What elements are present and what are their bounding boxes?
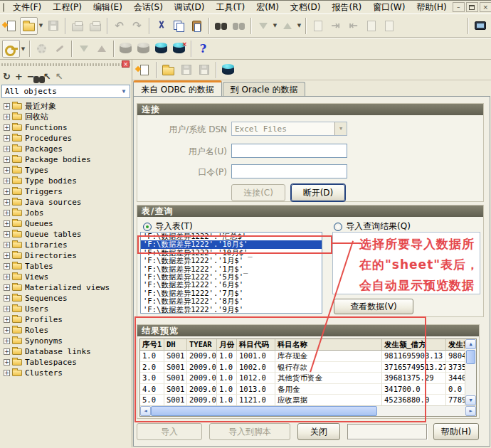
table-row[interactable]: 3.0S0012009.01.01012.0其他货币资金39681375.293… [140, 373, 476, 384]
password-field[interactable] [231, 164, 347, 178]
scroll-up-icon[interactable]: ▲ [465, 339, 476, 349]
expander-icon[interactable]: + [4, 316, 10, 323]
menu-documents[interactable]: 文档(D) [285, 1, 327, 14]
expander-icon[interactable]: + [4, 178, 10, 184]
tree-item-functions[interactable]: +Functions [2, 122, 132, 133]
disconnect-button[interactable]: 断开(D) [291, 184, 345, 201]
compile-debug-icon[interactable] [380, 17, 398, 35]
copy-icon[interactable] [170, 17, 188, 35]
tab-from-odbc[interactable]: 来自 ODBC 的数据 [133, 80, 222, 96]
save-icon[interactable] [177, 61, 195, 79]
close-panel-icon[interactable]: × [122, 60, 130, 68]
menu-project[interactable]: 工程(P) [47, 1, 88, 14]
expander-icon[interactable]: + [4, 306, 10, 312]
break-connection-icon[interactable]: × [170, 40, 188, 58]
paste-icon[interactable] [188, 17, 206, 35]
tree-item-type-bodies[interactable]: +Type bodies [2, 176, 132, 186]
expander-icon[interactable]: + [4, 103, 10, 110]
find-icon[interactable] [212, 17, 230, 35]
export-dropdown-icon[interactable]: ▼ [296, 23, 302, 28]
help-icon[interactable]: ? [194, 40, 212, 58]
scroll-left-icon[interactable]: ◄ [140, 406, 151, 416]
find-next-icon[interactable] [230, 17, 248, 35]
tree-item-synonyms[interactable]: +Synonyms [2, 336, 132, 346]
tree-item-recent[interactable]: +最近对象 [2, 101, 132, 112]
open-icon[interactable] [159, 61, 177, 79]
open-dropdown-icon[interactable]: ▼ [38, 23, 44, 28]
import-button[interactable]: 导入 [137, 423, 202, 440]
import-table-radio[interactable]: 导入表(T) [143, 220, 193, 233]
table-row[interactable]: 2.0S0012009.01.01002.0银行存款37165749513.27… [140, 362, 476, 373]
save-icon[interactable] [44, 17, 62, 35]
tree-item-profiles[interactable]: +Profiles [2, 314, 132, 325]
expander-icon[interactable]: + [4, 146, 10, 152]
vertical-scrollbar[interactable]: ▲ ▼ [465, 339, 476, 405]
menu-edit[interactable]: 编辑(E) [88, 1, 128, 14]
preferences-icon[interactable] [33, 40, 51, 58]
syntax-check-icon[interactable] [309, 17, 327, 35]
tree-item-queue-tables[interactable]: +Queue tables [2, 229, 132, 240]
close-dialog-button[interactable]: 关闭 [297, 423, 340, 440]
new-document-icon[interactable] [2, 17, 20, 35]
tree-item-packages[interactable]: +Packages [2, 144, 132, 154]
expander-icon[interactable]: + [4, 124, 10, 131]
horizontal-scrollbar[interactable]: ◄ ► [140, 405, 476, 416]
edit-data-icon[interactable] [51, 40, 68, 58]
expander-icon[interactable]: + [4, 114, 10, 120]
tree-item-sequences[interactable]: +Sequences [2, 293, 132, 304]
indent-icon[interactable]: ⇥ [327, 17, 344, 35]
tree-item-tablespaces[interactable]: +Tablespaces [2, 357, 132, 368]
help-button[interactable]: 帮助(H) [433, 423, 479, 440]
outdent-icon[interactable]: ⇤ [344, 17, 362, 35]
new-session-icon[interactable] [471, 17, 489, 35]
export-database-icon[interactable] [219, 61, 237, 79]
tree-item-procedures[interactable]: +Procedures [2, 133, 132, 144]
tree-item-materialized-views[interactable]: +Materialized views [2, 282, 132, 293]
scroll-down-icon[interactable]: ▼ [465, 395, 476, 405]
chevron-down-icon[interactable]: ▼ [118, 88, 130, 95]
query-text-area[interactable] [332, 232, 480, 294]
tree-item-roles[interactable]: +Roles [2, 325, 132, 336]
db-objects-icon[interactable] [117, 40, 134, 58]
refresh-icon[interactable]: ↻ [3, 72, 11, 81]
cut-icon[interactable] [152, 17, 170, 35]
open-file-icon[interactable] [20, 17, 38, 35]
table-row[interactable]: 1.0S0012009.01.01001.0库存现金9811695903.139… [140, 351, 476, 362]
import-file-icon[interactable] [254, 17, 272, 35]
expander-icon[interactable]: + [4, 156, 10, 163]
sheet-item[interactable]: 'F:\数据差异1222'.'8月$' [141, 297, 322, 305]
lock-connection-icon[interactable] [152, 40, 170, 58]
filter-icon[interactable]: ↖ [56, 72, 63, 81]
print-icon[interactable] [68, 17, 86, 35]
menu-window[interactable]: 窗口(W) [367, 1, 411, 14]
menu-macro[interactable]: 宏(M) [250, 1, 285, 14]
export-file-icon[interactable] [278, 17, 296, 35]
table-row[interactable]: 5.0S0012009.01.01121.0应收票据45236880.07789… [140, 395, 476, 406]
save-as-icon[interactable] [195, 61, 213, 79]
expander-icon[interactable]: + [4, 167, 10, 174]
print-preview-icon[interactable] [86, 17, 104, 35]
expander-icon[interactable]: + [4, 199, 10, 206]
panel-grip[interactable]: × [1, 60, 130, 68]
expander-icon[interactable]: + [4, 338, 10, 344]
expander-icon[interactable]: + [4, 284, 10, 291]
scroll-thumb[interactable] [151, 406, 377, 416]
sheet-list[interactable]: 'F:\数据差异1222'.'汇总$' 'F:\数据差异1222'.'10月$'… [140, 232, 322, 314]
tree-item-tables[interactable]: +Tables [2, 261, 132, 272]
table-row[interactable]: 4.0S0012009.01.01013.0备用金341700.00.0 [140, 384, 476, 395]
redo-icon[interactable]: ↷ [128, 17, 146, 35]
tree-item-users[interactable]: +Users [2, 304, 132, 314]
tree-item-queues[interactable]: +Queues [2, 218, 132, 229]
expander-icon[interactable]: + [4, 370, 10, 376]
tree-item-views[interactable]: +Views [2, 272, 132, 282]
sql-window-icon[interactable] [134, 40, 152, 58]
tree-item-package-bodies[interactable]: +Package bodies [2, 154, 132, 165]
menu-tools[interactable]: 工具(T) [210, 1, 250, 14]
menu-help[interactable]: 帮助(H) [411, 1, 452, 14]
menu-reports[interactable]: 报告(R) [326, 1, 367, 14]
scroll-right-icon[interactable]: ► [465, 406, 476, 416]
menu-file[interactable]: 文件(F) [7, 1, 47, 14]
sheet-item[interactable]: 'F:\数据差异1222'.'1月$' [141, 257, 322, 265]
connect-button[interactable]: 连接(C) [231, 184, 285, 201]
expander-icon[interactable]: + [4, 327, 10, 334]
